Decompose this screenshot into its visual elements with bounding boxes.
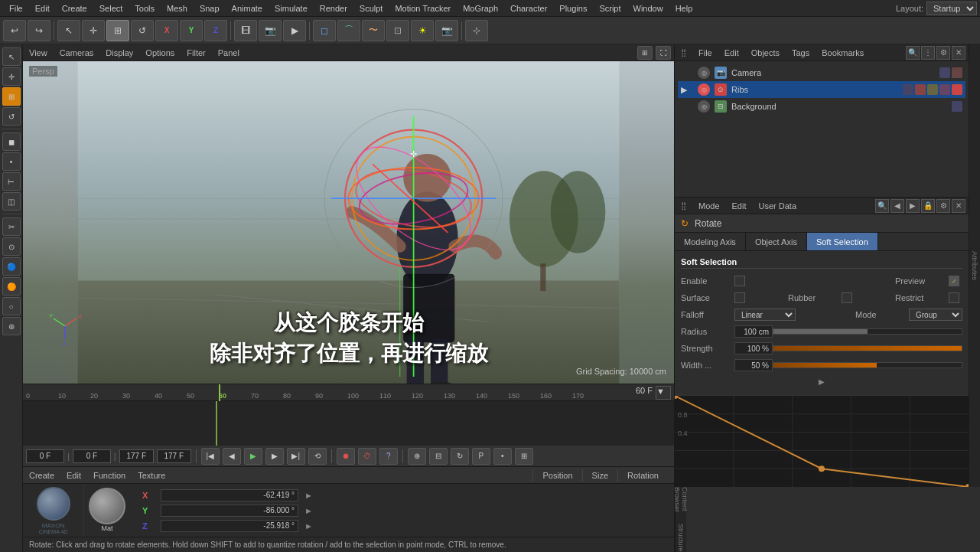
- menu-script[interactable]: Script: [593, 2, 627, 15]
- enable-checkbox[interactable]: [734, 276, 745, 286]
- object-axis-tab[interactable]: Object Axis: [746, 233, 807, 250]
- menu-plugins[interactable]: Plugins: [553, 2, 593, 15]
- snap-button[interactable]: ⊹: [465, 20, 488, 41]
- point-key-btn[interactable]: •: [493, 448, 512, 465]
- ribs-tag-4[interactable]: [939, 84, 950, 95]
- width-slider[interactable]: [773, 362, 962, 368]
- objects-tags-menu[interactable]: Tags: [789, 47, 812, 59]
- select-tool[interactable]: ↖: [2, 47, 21, 66]
- position-tab[interactable]: Position: [533, 469, 582, 482]
- bg-tag-1[interactable]: [952, 101, 962, 112]
- strength-slider[interactable]: [773, 345, 962, 351]
- camera-tag-2[interactable]: [952, 67, 962, 78]
- menu-help[interactable]: Help: [669, 2, 699, 15]
- viewport-layout-btn[interactable]: ⊞: [637, 46, 653, 60]
- width-value[interactable]: 50 %: [734, 359, 773, 371]
- cube-button[interactable]: ◻: [313, 20, 336, 41]
- objects-edit-menu[interactable]: Edit: [721, 47, 742, 59]
- rotate-tool-button[interactable]: ↺: [131, 20, 154, 41]
- objects-search-btn[interactable]: 🔍: [906, 46, 920, 60]
- surface-checkbox[interactable]: [734, 292, 745, 303]
- menu-render[interactable]: Render: [314, 2, 353, 15]
- ribs-tag-3[interactable]: [927, 84, 938, 95]
- menu-simulate[interactable]: Simulate: [269, 2, 314, 15]
- current-frame-input[interactable]: [26, 449, 64, 463]
- ribs-tag-1[interactable]: [903, 84, 913, 95]
- go-end-btn[interactable]: ▶|: [287, 448, 305, 465]
- undo-button[interactable]: ↩: [3, 20, 26, 41]
- filmstrip-button[interactable]: 🎞: [234, 20, 257, 41]
- point-mode[interactable]: •: [2, 152, 21, 171]
- move-key-btn[interactable]: ⊕: [408, 448, 426, 465]
- objects-settings-btn[interactable]: ⚙: [936, 46, 950, 60]
- content-browser-strip[interactable]: Content Browser: [675, 487, 686, 524]
- x-axis-button[interactable]: X: [155, 20, 178, 41]
- attr-nav-fwd[interactable]: ▶: [906, 199, 920, 213]
- viewport-panel-menu[interactable]: Panel: [215, 47, 243, 59]
- cursor-tool-button[interactable]: ↖: [57, 20, 80, 41]
- viewport-content[interactable]: ✛ Persp Grid Spacing: 10000 cm 从这个胶条开始 除…: [23, 61, 674, 384]
- preview-checkbox[interactable]: ✓: [949, 276, 959, 286]
- expand-arrow[interactable]: ▶: [819, 377, 825, 386]
- mode-dropdown[interactable]: Group All: [909, 309, 962, 321]
- eraser-tool[interactable]: ○: [2, 297, 21, 315]
- camera-tag-1[interactable]: [939, 67, 950, 78]
- layout-dropdown[interactable]: Startup: [926, 2, 977, 15]
- record-btn[interactable]: ⏺: [337, 448, 355, 465]
- camera-button[interactable]: 📷: [259, 20, 282, 41]
- attributes-sidebar-strip[interactable]: Attributes: [969, 44, 980, 487]
- material-create-menu[interactable]: Create: [29, 471, 54, 480]
- falloff-dropdown[interactable]: Linear Soft Hard: [734, 309, 796, 321]
- attr-close-btn[interactable]: ✕: [952, 199, 965, 213]
- y-value[interactable]: -86.000 °: [161, 505, 298, 517]
- size-tab[interactable]: Size: [583, 469, 618, 482]
- z-axis-button[interactable]: Z: [204, 20, 227, 41]
- rotation-tab[interactable]: Rotation: [618, 469, 668, 482]
- ribs-vis-icon[interactable]: ◎: [698, 83, 710, 96]
- nurbs-button[interactable]: ⌒: [337, 20, 360, 41]
- timeline-track[interactable]: [23, 401, 674, 446]
- material-function-menu[interactable]: Function: [93, 471, 125, 480]
- viewport-view-menu[interactable]: View: [26, 47, 50, 59]
- radius-slider[interactable]: [773, 328, 962, 335]
- deformer-button[interactable]: ⊡: [386, 20, 409, 41]
- menu-tools[interactable]: Tools: [129, 2, 161, 15]
- viewport-maximize-btn[interactable]: ⛶: [656, 46, 671, 60]
- structure-strip[interactable]: Structure: [675, 524, 686, 552]
- cam-toolbar-button[interactable]: 📷: [435, 20, 458, 41]
- go-start-btn[interactable]: |◀: [201, 448, 220, 465]
- rotate-tool[interactable]: ↺: [2, 107, 21, 126]
- spline-button[interactable]: 〜: [362, 20, 385, 41]
- render-button[interactable]: ▶: [283, 20, 306, 41]
- x-value[interactable]: -62.419 °: [161, 489, 298, 501]
- menu-mograph[interactable]: MoGraph: [457, 2, 504, 15]
- menu-character[interactable]: Character: [504, 2, 553, 15]
- menu-file[interactable]: File: [3, 2, 29, 15]
- rotate-key-btn[interactable]: ↻: [451, 448, 469, 465]
- objects-file-menu[interactable]: File: [695, 47, 715, 59]
- modeling-axis-tab[interactable]: Modeling Axis: [675, 233, 746, 250]
- menu-window[interactable]: Window: [627, 2, 669, 15]
- material-item[interactable]: Mat: [87, 488, 127, 534]
- radius-value[interactable]: 100 cm: [734, 325, 773, 338]
- viewport[interactable]: View Cameras Display Options Filter Pane…: [23, 44, 674, 384]
- offset-frame-input[interactable]: [73, 449, 111, 463]
- object-row-camera[interactable]: ◎ 📷 Camera: [678, 64, 965, 81]
- ribs-tag-2[interactable]: [915, 84, 926, 95]
- menu-edit[interactable]: Edit: [29, 2, 56, 15]
- timeline-options-btn[interactable]: ▼: [656, 386, 671, 400]
- menu-create[interactable]: Create: [56, 2, 93, 15]
- attr-mode-menu[interactable]: Mode: [695, 200, 723, 212]
- paint-tool[interactable]: 🔵: [2, 257, 21, 276]
- layout-key-btn[interactable]: ⊞: [515, 448, 533, 465]
- objects-close-btn[interactable]: ✕: [952, 46, 965, 60]
- play-btn[interactable]: ▶: [244, 448, 262, 465]
- step-fwd-btn[interactable]: ▶: [265, 448, 284, 465]
- end-frame2-input[interactable]: [157, 449, 191, 463]
- magnet-tool[interactable]: ⊛: [2, 317, 21, 335]
- param-key-btn[interactable]: P: [472, 448, 490, 465]
- menu-animate[interactable]: Animate: [226, 2, 269, 15]
- menu-motion-tracker[interactable]: Motion Tracker: [389, 2, 457, 15]
- menu-mesh[interactable]: Mesh: [161, 2, 194, 15]
- y-axis-button[interactable]: Y: [180, 20, 203, 41]
